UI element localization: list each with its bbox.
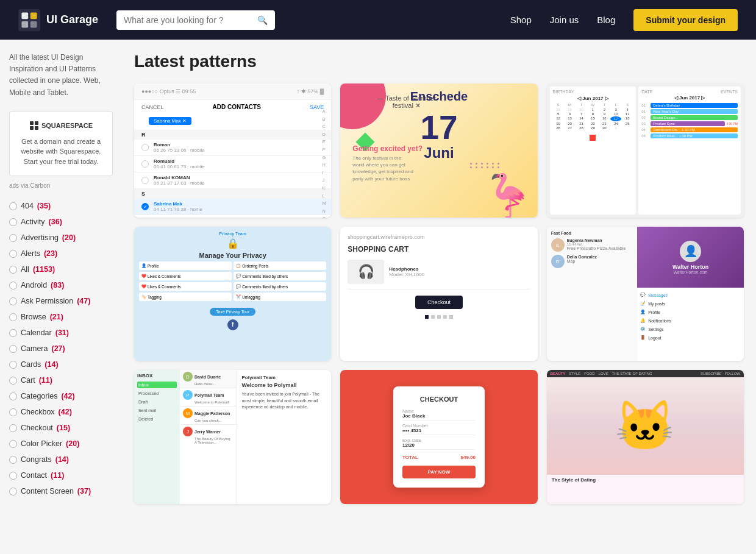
sidebar-description: All the latest UI Design Inspiration and…	[9, 52, 113, 99]
sidebar-item-calendar[interactable]: Calendar (31)	[9, 325, 113, 341]
food-menu-panel: 💬 Messages 📝 My posts 👤 Profile 🔔 Notifi…	[637, 288, 744, 361]
sidebar-item-categories[interactable]: Categories (42)	[9, 388, 113, 404]
sidebar-radio-cards	[9, 361, 17, 369]
cal-event-newyear: 01 New Year's Day	[641, 109, 738, 114]
event-tagline: Getting excited yet?	[352, 144, 423, 153]
email-list-item-3: M Maggie Patterson Can you check...	[180, 407, 237, 425]
logo[interactable]: UI Garage	[18, 9, 98, 31]
sidebar-radio-cart	[9, 377, 17, 385]
cal-event-dashboard: 04 Dashboard Dis... 1:30 PM	[641, 127, 738, 132]
privacy-title: Manage Your Privacy	[139, 252, 326, 259]
site-header: UI Garage 🔍 Shop Join us Blog Submit you…	[0, 0, 756, 40]
svg-rect-4	[30, 21, 37, 27]
privacy-item-untagging: ✂️ Untagging	[234, 293, 326, 301]
pattern-card-checkout[interactable]: CHECKOUT Name Joe Black Card Number ••••…	[340, 370, 537, 504]
pattern-card-event[interactable]: — Taste of Summer festival ✕ Enschede 17…	[340, 83, 537, 218]
pattern-card-cart[interactable]: shoppingcart.wireframepro.com SHOPPING C…	[340, 227, 537, 361]
checkout-pay-button[interactable]: PAY NOW	[402, 466, 476, 478]
sidebar-item-checkbox[interactable]: Checkbox (42)	[9, 404, 113, 420]
sidebar-radio-all	[9, 266, 17, 274]
privacy-item-profile: 👤 Profile	[139, 261, 232, 270]
sidebar-item-alerts[interactable]: Alerts (23)	[9, 246, 113, 261]
event-city: Enschede	[410, 90, 468, 104]
food-msg-text-2: Map	[567, 259, 597, 263]
sidebar-item-cart[interactable]: Cart (11)	[9, 372, 113, 388]
privacy-grid: 👤 Profile 📋 Ordering Posts ❤️ Likes & Co…	[139, 261, 326, 301]
email-folder-inbox: Inbox	[137, 382, 177, 388]
email-folder-sent: Sent mail	[137, 407, 177, 414]
email-folder-processed: Processed	[137, 390, 177, 397]
ad-box: SQUARESPACE Get a domain and create a we…	[9, 111, 113, 177]
email-list-item-1: D David Duarte Hello there...	[180, 370, 237, 388]
cart-store-label: shoppingcart.wireframepro.com	[348, 234, 530, 240]
magazine-article-title: The Style of Dating	[547, 475, 744, 485]
sidebar-item-cards[interactable]: Cards (14)	[9, 357, 113, 372]
contact-ronald: Ronald KOMAN 06 21 87 17 03 · mobile	[134, 172, 331, 189]
event-dots-pattern	[470, 163, 501, 168]
sidebar-item-advertising[interactable]: Advertising (20)	[9, 230, 113, 246]
sidebar-radio-ask-permission	[9, 297, 17, 305]
sidebar-item-checkout[interactable]: Checkout (15)	[9, 420, 113, 436]
sidebar-radio-color-picker	[9, 440, 17, 448]
pattern-card-magazine[interactable]: BEAUTY STYLE FOOD LOVE THE STATE OF DATI…	[547, 370, 744, 504]
sidebar-radio-contact	[9, 472, 17, 480]
email-content: Polymall Team Welcome to Polymall You've…	[237, 370, 332, 504]
pattern-card-privacy[interactable]: Privacy Team 🔒 Manage Your Privacy 👤 Pro…	[134, 227, 331, 361]
food-menu-myposts: 📝 My posts	[640, 299, 741, 308]
food-sender-1: Eugenia Newman	[567, 238, 626, 243]
sidebar-item-android[interactable]: Android (83)	[9, 277, 113, 293]
nav-join-us[interactable]: Join us	[550, 15, 579, 25]
nav-shop[interactable]: Shop	[510, 15, 532, 25]
food-msg-item-2: D Della Gonzalez Map	[551, 255, 633, 268]
svg-rect-7	[30, 126, 34, 130]
search-bar[interactable]: 🔍	[116, 10, 275, 30]
sidebar-item-color-picker[interactable]: Color Picker (20)	[9, 436, 113, 452]
search-input[interactable]	[124, 15, 252, 25]
cal-month-left: ◁ Jun 2017 ▷	[553, 96, 633, 101]
sidebar-item-activity[interactable]: Activity (36)	[9, 214, 113, 230]
cal-event-brand: 02 Brand Design	[641, 115, 738, 120]
pattern-card-food-msg[interactable]: Fast Food E Eugenia Newman 12:44 AM Free…	[547, 227, 744, 361]
food-menu-notifications: 🔔 Notifications	[640, 316, 741, 325]
cal-event-product-meet: 04 Product Meet... 1:30 PM	[641, 133, 738, 138]
email-sidebar: INBOX Inbox Processed Draft Sent mail De…	[134, 370, 180, 504]
pattern-card-email[interactable]: INBOX Inbox Processed Draft Sent mail De…	[134, 370, 331, 504]
sidebar-radio-calendar	[9, 329, 17, 337]
sidebar-item-congrats[interactable]: Congrats (14)	[9, 452, 113, 467]
sidebar-item-404[interactable]: 404 (35)	[9, 198, 113, 214]
food-avatar-1: E	[551, 238, 565, 252]
sidebar-item-ask-permission[interactable]: Ask Permission (47)	[9, 293, 113, 309]
main-content: Latest patterns ●●●○○ Optus ☰ 09:55 ↑ ✱ …	[122, 40, 756, 516]
privacy-item-likes: ❤️ Likes & Comments	[139, 272, 232, 280]
email-list-item-4: J Jerry Warner The Beauty Of Buying A Te…	[180, 425, 237, 446]
privacy-tour-btn[interactable]: Take Privacy Tour	[210, 308, 255, 316]
sidebar-radio-advertising	[9, 234, 17, 242]
event-month: Juni	[420, 144, 457, 162]
nav-blog[interactable]: Blog	[597, 15, 615, 25]
pattern-card-contacts[interactable]: ●●●○○ Optus ☰ 09:55 ↑ ✱ 57% ▓ CANCEL ADD…	[134, 83, 331, 218]
sidebar-radio-browse	[9, 313, 17, 321]
squarespace-logo: SQUARESPACE	[19, 121, 103, 130]
privacy-item-comments-by-others: 💬 Comments liked by others	[234, 272, 326, 280]
food-avatar-2: D	[551, 255, 565, 268]
cal-event-debra: 01 Debra's Birthday	[641, 103, 738, 108]
pattern-card-calendar[interactable]: BIRTHDAY ◁ Jun 2017 ▷ S M T W T F S	[547, 83, 744, 218]
checkout-field-exp: Exp. Date 12/20	[402, 438, 476, 450]
sidebar-item-camera[interactable]: Camera (27)	[9, 341, 113, 357]
food-messaging-panel: Fast Food E Eugenia Newman 12:44 AM Free…	[547, 227, 638, 361]
cal-today-indicator	[590, 135, 596, 141]
sidebar-radio-checkbox	[9, 408, 17, 416]
svg-rect-5	[30, 121, 34, 125]
sidebar-radio-404	[9, 202, 17, 210]
sidebar-item-content-screen[interactable]: Content Screen (37)	[9, 483, 113, 499]
svg-rect-2	[21, 21, 28, 27]
privacy-facebook-icon: f	[227, 319, 238, 330]
submit-design-button[interactable]: Submit your design	[633, 9, 738, 31]
ads-via-text: ads via Carbon	[9, 182, 113, 189]
svg-rect-8	[35, 126, 38, 130]
sidebar-item-browse[interactable]: Browse (21)	[9, 309, 113, 325]
sidebar-item-contact[interactable]: Contact (11)	[9, 467, 113, 483]
sidebar-item-all[interactable]: All (1153)	[9, 261, 113, 277]
email-folder-draft: Draft	[137, 399, 177, 405]
cart-checkout-button[interactable]: Checkout	[415, 296, 463, 309]
